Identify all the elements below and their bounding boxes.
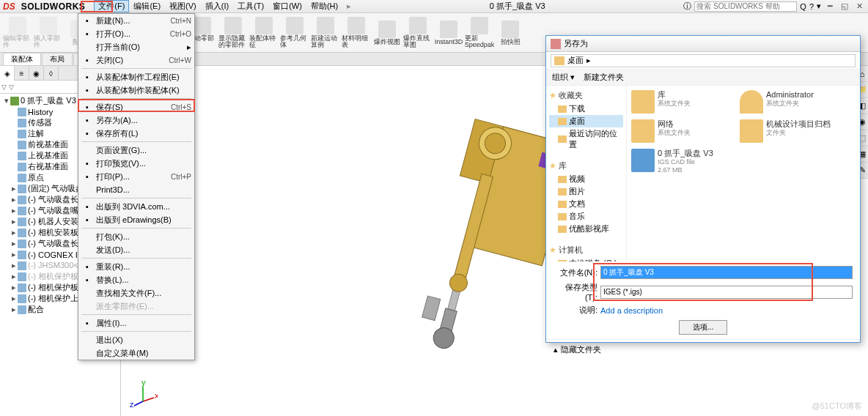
sidebar-item[interactable]: 最近访问的位置 [549,127,623,151]
options-button[interactable]: 选项... [679,320,727,335]
ribbon-9[interactable]: 参考几何体 [280,15,309,51]
file-item[interactable]: Administrator系统文件夹 [740,90,842,114]
new-folder-button[interactable]: 新建文件夹 [584,72,624,83]
menu-item-o[interactable]: ▪打开(O)...Ctrl+O [78,27,194,40]
ribbon-11[interactable]: 材料明细表 [342,15,371,51]
dialog-titlebar[interactable]: 另存为 [546,36,860,52]
ribbon-13[interactable]: 爆炸直线草图 [403,15,433,51]
sidebar-item[interactable]: 文档 [549,198,623,210]
sidebar-group[interactable]: ★计算机 [549,245,623,256]
menu-编辑[interactable]: 编辑(E) [129,0,165,12]
ribbon-icon [347,17,365,34]
ribbon-icon [317,17,334,34]
menu-插入[interactable]: 插入(I) [201,0,233,12]
menu-item-x[interactable]: 退出(X) [78,333,194,346]
description-label: 说明: [553,305,597,316]
feature-tree-tab[interactable]: ◈ [0,66,15,81]
help-search-input[interactable] [694,1,797,12]
ribbon-14[interactable]: Instant3D [434,15,463,51]
description-link[interactable]: Add a description [600,306,663,315]
sidebar-group[interactable]: ★库 [549,160,623,171]
sidebar-item[interactable]: 下载 [549,103,623,115]
folder-icon [558,188,567,196]
menu-窗口[interactable]: 窗口(W) [268,0,306,12]
sidebar-item[interactable]: 图片 [549,185,623,198]
other-tab[interactable]: ◊ [44,66,59,81]
sidebar-item[interactable]: 本地磁盘 (C:) [549,257,623,261]
file-item[interactable]: 机械设计项目归档文件夹 [740,119,842,143]
ribbon-8[interactable]: 装配体特征 [249,15,279,51]
menu-item-i[interactable]: ▪属性(I)... [78,316,194,330]
ribbon-1[interactable]: 插入零部件 [34,15,63,51]
restore-button[interactable]: ◱ [839,1,850,11]
prop-icon: ▪ [81,318,93,328]
menu-工具[interactable]: 工具(T) [233,0,268,12]
file-item[interactable]: 库系统文件夹 [631,90,734,114]
menu-item-e[interactable]: ▪从装配体制作工程图(E) [78,70,194,83]
menu-item-c[interactable]: ▪关闭(C)Ctrl+W [78,53,194,67]
file-menu-dropdown: ▪新建(N)...Ctrl+N▪打开(O)...Ctrl+O打开当前(O)▸▪关… [78,13,195,360]
menu-item-e[interactable]: 派生零部件(E)... [78,300,194,313]
menu-item-v[interactable]: ▪打印预览(V)... [78,157,194,170]
minimize-button[interactable]: ━ [824,1,836,11]
ribbon-icon [471,17,488,34]
file-item[interactable]: 0 抓手_吸盘 V3IGS CAD file2.67 MB [631,149,734,174]
menu-item-n[interactable]: ▪新建(N)...Ctrl+N [78,14,194,27]
sidebar-item[interactable]: 优酷影视库 [549,223,623,235]
chevron-up-icon[interactable]: ▴ [553,345,558,354]
close-button[interactable]: ✕ [853,1,865,11]
path-breadcrumb[interactable]: 桌面▸ [551,54,856,67]
help-dropdown-icon[interactable]: ? [809,2,814,11]
menu-item-d[interactable]: 发送(D)... [78,243,194,256]
sidebar-item[interactable]: 音乐 [549,210,623,223]
menu-item-m[interactable]: 自定义菜单(M) [78,346,194,360]
folder-icon [740,119,763,143]
menu-item-f[interactable]: 查找相关文件(F)... [78,286,194,300]
menu-item-edrawingsb[interactable]: ▪出版到 eDrawings(B) [78,213,194,226]
ribbon-icon [501,21,519,38]
folder-icon [558,135,567,143]
menu-item-l[interactable]: ▪替换(L)... [78,273,194,286]
help-icon[interactable]: Q [800,2,806,11]
ribbon-12[interactable]: 爆炸视图 [372,15,402,51]
config-tab[interactable]: ≡ [15,66,29,81]
pub-icon: ▪ [81,201,93,212]
tab-布局[interactable]: 布局 [42,53,73,65]
edw-icon: ▪ [81,215,93,225]
menu-item-print3d[interactable]: Print3D... [78,183,194,196]
menu-item-o[interactable]: 打开当前(O)▸ [78,40,194,53]
menu-item-a[interactable]: ▪另存为(A)... [78,114,194,127]
menu-item-k[interactable]: ▪从装配体制作装配体(K) [78,83,194,97]
tab-装配体[interactable]: 装配体 [3,53,41,65]
highlight-saveas [78,99,195,112]
menu-视图[interactable]: 视图(V) [165,0,201,12]
menu-item-k[interactable]: 打包(K)... [78,230,194,243]
dropdown-icon[interactable]: ▾ [817,1,821,11]
menu-item-g[interactable]: 页面设置(G)... [78,144,194,157]
menu-item-r[interactable]: ▪重装(R)... [78,260,194,273]
sidebar-group[interactable]: ★收藏夹 [549,90,623,101]
close-icon: ▪ [81,55,93,65]
menu-item-p[interactable]: ▪打印(P)...Ctrl+P [78,170,194,183]
folder-icon [558,201,567,208]
sidebar-item[interactable]: 桌面 [549,115,623,127]
ribbon-7[interactable]: 显示隐藏的零部件 [218,15,248,51]
ribbon-10[interactable]: 新建运动算例 [311,15,340,51]
sidebar-item[interactable]: 视频 [549,173,623,185]
menu-item-l[interactable]: ▪保存所有(L) [78,127,194,140]
save-as-dialog: 另存为 桌面▸ 组织 ▾ 新建文件夹 ★收藏夹下载桌面最近访问的位置★库视频图片… [545,35,861,343]
folder-icon [554,56,564,65]
saveas-icon: ▪ [81,115,93,125]
dialog-icon [551,39,561,49]
menu-item-3dviacom[interactable]: ▪出版到 3DVIA.com... [78,200,194,213]
display-tab[interactable]: ◉ [29,66,44,81]
ribbon-0[interactable]: 编辑零部件 [3,15,32,51]
ribbon-15[interactable]: 更新Speedpak [465,15,494,51]
ribbon-16[interactable]: 拍快照 [496,15,525,51]
menu-帮助[interactable]: 帮助(H) [306,0,342,12]
svg-rect-9 [422,296,441,321]
net-icon [631,119,655,143]
hide-folders-link[interactable]: 隐藏文件夹 [561,344,601,355]
file-item[interactable]: 网络系统文件夹 [631,119,734,143]
organize-button[interactable]: 组织 ▾ [552,72,575,83]
